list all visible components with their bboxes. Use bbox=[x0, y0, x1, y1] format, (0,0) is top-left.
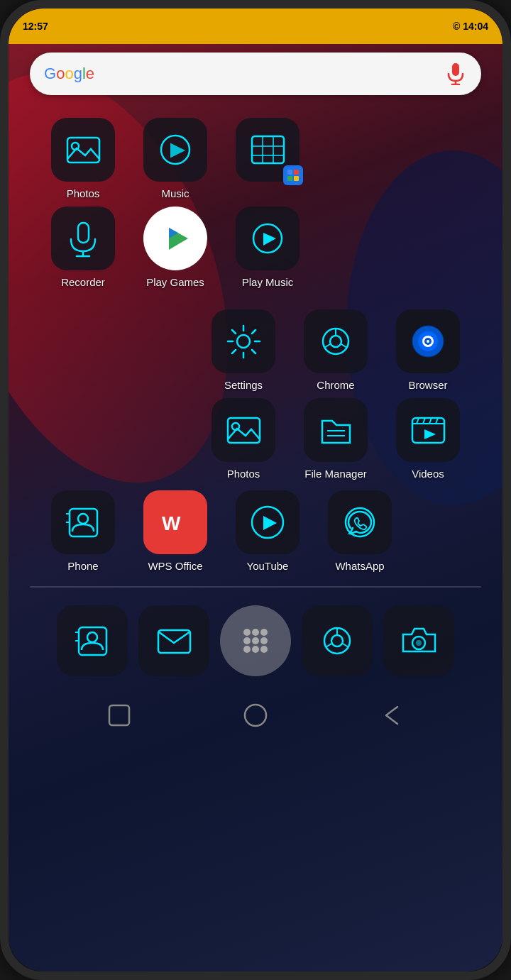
app-photos[interactable]: Photos bbox=[44, 118, 122, 199]
google-logo: Google bbox=[44, 65, 94, 83]
svg-line-27 bbox=[341, 344, 347, 348]
app-wps[interactable]: W WPS Office bbox=[136, 490, 214, 572]
music-label: Music bbox=[161, 187, 189, 199]
svg-point-75 bbox=[245, 705, 266, 726]
phone-screen: 12:57 © 14:04 Google bbox=[9, 9, 502, 971]
photos2-label: Photos bbox=[227, 468, 260, 480]
svg-rect-13 bbox=[287, 176, 292, 181]
playgames-icon bbox=[143, 207, 207, 270]
app-music[interactable]: Music bbox=[136, 118, 214, 199]
photos-label: Photos bbox=[67, 187, 100, 199]
svg-point-59 bbox=[252, 629, 259, 636]
app-whatsapp[interactable]: WhatsApp bbox=[321, 490, 399, 572]
phone-icon bbox=[51, 490, 115, 554]
app-row-2: Recorder Play Gam bbox=[44, 207, 467, 288]
photos-icon bbox=[51, 118, 115, 182]
dock-appdrawer[interactable] bbox=[220, 605, 291, 676]
svg-line-70 bbox=[326, 644, 331, 647]
youtube-icon bbox=[236, 490, 300, 554]
app-chrome[interactable]: Chrome bbox=[297, 309, 375, 391]
svg-rect-3 bbox=[67, 138, 99, 163]
svg-rect-15 bbox=[78, 223, 89, 243]
svg-rect-7 bbox=[252, 136, 284, 163]
app-row-3: Settings Chrome bbox=[44, 309, 467, 391]
svg-rect-14 bbox=[294, 176, 299, 181]
svg-point-24 bbox=[330, 336, 341, 347]
svg-line-71 bbox=[343, 644, 348, 647]
nav-home-button[interactable] bbox=[238, 698, 273, 733]
playmusic-label: Play Music bbox=[242, 276, 294, 288]
playmusic-icon bbox=[236, 207, 300, 270]
status-battery: © 14:04 bbox=[453, 21, 488, 32]
mic-icon[interactable] bbox=[444, 62, 467, 85]
app-youtube[interactable]: YouTube bbox=[229, 490, 307, 572]
dock-camera[interactable] bbox=[383, 605, 454, 676]
svg-point-46 bbox=[78, 514, 88, 524]
svg-rect-0 bbox=[452, 63, 459, 76]
browser-icon bbox=[396, 309, 460, 373]
svg-point-62 bbox=[252, 637, 259, 644]
svg-rect-11 bbox=[287, 170, 292, 175]
svg-point-58 bbox=[243, 629, 251, 636]
filemanager-label: File Manager bbox=[304, 468, 367, 480]
phone-label: Phone bbox=[67, 560, 98, 572]
app-phone[interactable]: Phone bbox=[44, 490, 122, 572]
nav-back-button[interactable] bbox=[374, 698, 410, 733]
svg-point-64 bbox=[243, 646, 251, 653]
svg-line-26 bbox=[324, 344, 330, 348]
app-row-1: Photos Music bbox=[44, 118, 467, 199]
filemanager-icon bbox=[304, 398, 368, 462]
app-settings[interactable]: Settings bbox=[204, 309, 282, 391]
svg-text:W: W bbox=[162, 512, 181, 534]
svg-rect-12 bbox=[294, 170, 299, 175]
svg-point-68 bbox=[331, 635, 343, 646]
whatsapp-icon bbox=[328, 490, 392, 554]
music-icon bbox=[143, 118, 207, 182]
videos-icon bbox=[396, 398, 460, 462]
settings-label: Settings bbox=[224, 379, 263, 391]
nav-bar bbox=[9, 683, 502, 754]
dock-divider bbox=[30, 586, 481, 588]
chrome-label: Chrome bbox=[317, 379, 354, 391]
svg-point-22 bbox=[237, 335, 250, 348]
svg-rect-57 bbox=[158, 630, 190, 653]
svg-point-54 bbox=[87, 632, 97, 642]
app-recorder[interactable]: Recorder bbox=[44, 207, 122, 288]
svg-point-73 bbox=[416, 640, 422, 646]
recorder-icon bbox=[51, 207, 115, 270]
videos-label: Videos bbox=[412, 468, 444, 480]
svg-marker-6 bbox=[171, 144, 184, 157]
browser-label: Browser bbox=[408, 379, 447, 391]
svg-rect-74 bbox=[109, 705, 129, 725]
youtube-label: YouTube bbox=[247, 560, 289, 572]
dock-email[interactable] bbox=[138, 605, 209, 676]
status-bar: 12:57 © 14:04 bbox=[9, 9, 502, 44]
status-time: 12:57 bbox=[23, 21, 48, 32]
svg-point-65 bbox=[252, 646, 259, 653]
dock-chrome[interactable] bbox=[302, 605, 373, 676]
svg-point-66 bbox=[260, 646, 268, 653]
chrome-icon bbox=[304, 309, 368, 373]
maps-icon bbox=[236, 118, 300, 182]
svg-marker-51 bbox=[263, 516, 277, 530]
app-photos2[interactable]: Photos bbox=[204, 398, 282, 480]
svg-point-60 bbox=[260, 629, 268, 636]
app-grid-row3: Settings Chrome bbox=[9, 309, 502, 480]
whatsapp-label: WhatsApp bbox=[335, 560, 384, 572]
nav-recent-button[interactable] bbox=[101, 698, 137, 733]
app-browser[interactable]: Browser bbox=[389, 309, 467, 391]
recorder-label: Recorder bbox=[61, 276, 105, 288]
app-filemanager[interactable]: File Manager bbox=[297, 398, 375, 480]
svg-point-33 bbox=[427, 340, 429, 343]
svg-marker-21 bbox=[263, 233, 276, 246]
google-search-bar[interactable]: Google bbox=[30, 53, 481, 95]
dock-contacts[interactable] bbox=[57, 605, 128, 676]
playgames-label: Play Games bbox=[146, 276, 204, 288]
app-maps[interactable]: Maps bbox=[229, 118, 307, 199]
phone-frame: 12:57 © 14:04 Google bbox=[0, 0, 511, 980]
app-playmusic[interactable]: Play Music bbox=[229, 207, 307, 288]
app-row-4: Photos File Manager bbox=[44, 398, 467, 480]
app-playgames[interactable]: Play Games bbox=[136, 207, 214, 288]
app-videos[interactable]: Videos bbox=[389, 398, 467, 480]
app-row-5: Phone W WPS Office bbox=[44, 490, 467, 572]
